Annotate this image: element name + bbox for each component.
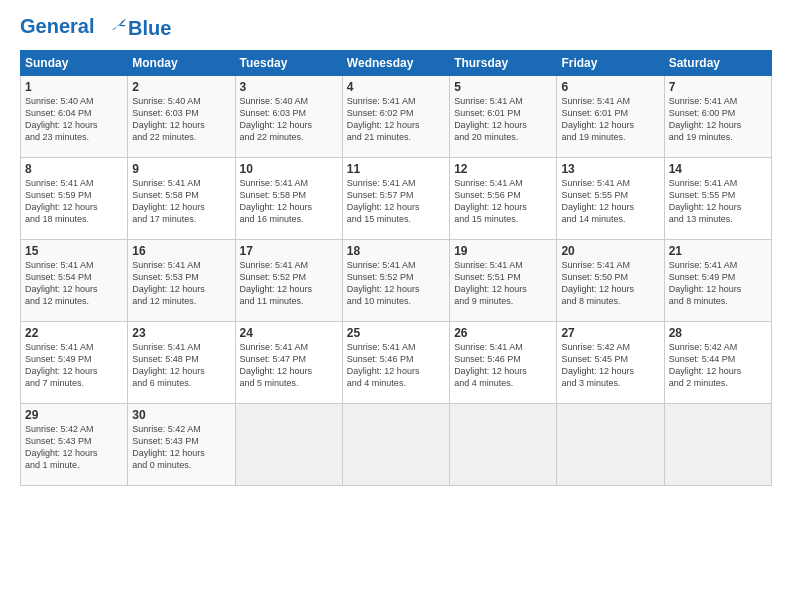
- day-number: 11: [347, 162, 445, 176]
- day-number: 21: [669, 244, 767, 258]
- calendar-cell: 18Sunrise: 5:41 AM Sunset: 5:52 PM Dayli…: [342, 240, 449, 322]
- calendar-cell: 10Sunrise: 5:41 AM Sunset: 5:58 PM Dayli…: [235, 158, 342, 240]
- calendar-cell: 23Sunrise: 5:41 AM Sunset: 5:48 PM Dayli…: [128, 322, 235, 404]
- day-number: 18: [347, 244, 445, 258]
- day-number: 3: [240, 80, 338, 94]
- logo-general: General: [20, 15, 94, 37]
- calendar-cell: 15Sunrise: 5:41 AM Sunset: 5:54 PM Dayli…: [21, 240, 128, 322]
- calendar-cell: 24Sunrise: 5:41 AM Sunset: 5:47 PM Dayli…: [235, 322, 342, 404]
- cell-info: Sunrise: 5:41 AM Sunset: 5:51 PM Dayligh…: [454, 259, 552, 308]
- calendar-cell: 21Sunrise: 5:41 AM Sunset: 5:49 PM Dayli…: [664, 240, 771, 322]
- day-number: 7: [669, 80, 767, 94]
- col-header-monday: Monday: [128, 51, 235, 76]
- calendar-body: 1Sunrise: 5:40 AM Sunset: 6:04 PM Daylig…: [21, 76, 772, 486]
- day-number: 26: [454, 326, 552, 340]
- cell-info: Sunrise: 5:41 AM Sunset: 6:00 PM Dayligh…: [669, 95, 767, 144]
- cell-info: Sunrise: 5:41 AM Sunset: 5:52 PM Dayligh…: [347, 259, 445, 308]
- calendar-cell: 6Sunrise: 5:41 AM Sunset: 6:01 PM Daylig…: [557, 76, 664, 158]
- cell-info: Sunrise: 5:42 AM Sunset: 5:44 PM Dayligh…: [669, 341, 767, 390]
- col-header-tuesday: Tuesday: [235, 51, 342, 76]
- day-number: 15: [25, 244, 123, 258]
- calendar-cell: 5Sunrise: 5:41 AM Sunset: 6:01 PM Daylig…: [450, 76, 557, 158]
- calendar-cell: 8Sunrise: 5:41 AM Sunset: 5:59 PM Daylig…: [21, 158, 128, 240]
- cell-info: Sunrise: 5:42 AM Sunset: 5:45 PM Dayligh…: [561, 341, 659, 390]
- logo: General Blue: [20, 16, 171, 40]
- calendar-cell: 1Sunrise: 5:40 AM Sunset: 6:04 PM Daylig…: [21, 76, 128, 158]
- calendar-cell: 26Sunrise: 5:41 AM Sunset: 5:46 PM Dayli…: [450, 322, 557, 404]
- cell-info: Sunrise: 5:41 AM Sunset: 5:58 PM Dayligh…: [240, 177, 338, 226]
- calendar-cell: 7Sunrise: 5:41 AM Sunset: 6:00 PM Daylig…: [664, 76, 771, 158]
- day-number: 2: [132, 80, 230, 94]
- cell-info: Sunrise: 5:41 AM Sunset: 5:47 PM Dayligh…: [240, 341, 338, 390]
- cell-info: Sunrise: 5:40 AM Sunset: 6:03 PM Dayligh…: [240, 95, 338, 144]
- day-number: 29: [25, 408, 123, 422]
- calendar-cell: 4Sunrise: 5:41 AM Sunset: 6:02 PM Daylig…: [342, 76, 449, 158]
- day-number: 27: [561, 326, 659, 340]
- day-number: 22: [25, 326, 123, 340]
- cell-info: Sunrise: 5:41 AM Sunset: 5:46 PM Dayligh…: [454, 341, 552, 390]
- calendar-cell: 30Sunrise: 5:42 AM Sunset: 5:43 PM Dayli…: [128, 404, 235, 486]
- cell-info: Sunrise: 5:42 AM Sunset: 5:43 PM Dayligh…: [25, 423, 123, 472]
- cell-info: Sunrise: 5:41 AM Sunset: 5:52 PM Dayligh…: [240, 259, 338, 308]
- day-number: 9: [132, 162, 230, 176]
- day-number: 1: [25, 80, 123, 94]
- calendar-header-row: SundayMondayTuesdayWednesdayThursdayFrid…: [21, 51, 772, 76]
- cell-info: Sunrise: 5:41 AM Sunset: 5:55 PM Dayligh…: [669, 177, 767, 226]
- cell-info: Sunrise: 5:41 AM Sunset: 5:59 PM Dayligh…: [25, 177, 123, 226]
- col-header-sunday: Sunday: [21, 51, 128, 76]
- day-number: 19: [454, 244, 552, 258]
- day-number: 6: [561, 80, 659, 94]
- calendar-cell: 17Sunrise: 5:41 AM Sunset: 5:52 PM Dayli…: [235, 240, 342, 322]
- calendar-cell: 11Sunrise: 5:41 AM Sunset: 5:57 PM Dayli…: [342, 158, 449, 240]
- col-header-saturday: Saturday: [664, 51, 771, 76]
- day-number: 13: [561, 162, 659, 176]
- day-number: 4: [347, 80, 445, 94]
- day-number: 17: [240, 244, 338, 258]
- calendar-cell: 20Sunrise: 5:41 AM Sunset: 5:50 PM Dayli…: [557, 240, 664, 322]
- cell-info: Sunrise: 5:41 AM Sunset: 5:58 PM Dayligh…: [132, 177, 230, 226]
- cell-info: Sunrise: 5:41 AM Sunset: 5:54 PM Dayligh…: [25, 259, 123, 308]
- cell-info: Sunrise: 5:41 AM Sunset: 6:01 PM Dayligh…: [561, 95, 659, 144]
- calendar-cell: [557, 404, 664, 486]
- cell-info: Sunrise: 5:41 AM Sunset: 5:55 PM Dayligh…: [561, 177, 659, 226]
- day-number: 20: [561, 244, 659, 258]
- calendar-cell: 12Sunrise: 5:41 AM Sunset: 5:56 PM Dayli…: [450, 158, 557, 240]
- day-number: 16: [132, 244, 230, 258]
- calendar-cell: 25Sunrise: 5:41 AM Sunset: 5:46 PM Dayli…: [342, 322, 449, 404]
- col-header-wednesday: Wednesday: [342, 51, 449, 76]
- cell-info: Sunrise: 5:40 AM Sunset: 6:03 PM Dayligh…: [132, 95, 230, 144]
- day-number: 5: [454, 80, 552, 94]
- calendar-cell: 2Sunrise: 5:40 AM Sunset: 6:03 PM Daylig…: [128, 76, 235, 158]
- calendar-cell: 3Sunrise: 5:40 AM Sunset: 6:03 PM Daylig…: [235, 76, 342, 158]
- calendar-cell: 22Sunrise: 5:41 AM Sunset: 5:49 PM Dayli…: [21, 322, 128, 404]
- calendar-cell: [342, 404, 449, 486]
- col-header-thursday: Thursday: [450, 51, 557, 76]
- logo-blue: Blue: [128, 17, 171, 40]
- calendar-cell: 29Sunrise: 5:42 AM Sunset: 5:43 PM Dayli…: [21, 404, 128, 486]
- cell-info: Sunrise: 5:41 AM Sunset: 6:02 PM Dayligh…: [347, 95, 445, 144]
- cell-info: Sunrise: 5:41 AM Sunset: 6:01 PM Dayligh…: [454, 95, 552, 144]
- cell-info: Sunrise: 5:41 AM Sunset: 5:48 PM Dayligh…: [132, 341, 230, 390]
- day-number: 30: [132, 408, 230, 422]
- cell-info: Sunrise: 5:41 AM Sunset: 5:56 PM Dayligh…: [454, 177, 552, 226]
- day-number: 23: [132, 326, 230, 340]
- calendar-cell: 9Sunrise: 5:41 AM Sunset: 5:58 PM Daylig…: [128, 158, 235, 240]
- col-header-friday: Friday: [557, 51, 664, 76]
- cell-info: Sunrise: 5:42 AM Sunset: 5:43 PM Dayligh…: [132, 423, 230, 472]
- calendar-cell: [235, 404, 342, 486]
- cell-info: Sunrise: 5:41 AM Sunset: 5:46 PM Dayligh…: [347, 341, 445, 390]
- calendar-cell: 19Sunrise: 5:41 AM Sunset: 5:51 PM Dayli…: [450, 240, 557, 322]
- day-number: 12: [454, 162, 552, 176]
- week-row-2: 8Sunrise: 5:41 AM Sunset: 5:59 PM Daylig…: [21, 158, 772, 240]
- calendar-cell: 27Sunrise: 5:42 AM Sunset: 5:45 PM Dayli…: [557, 322, 664, 404]
- week-row-5: 29Sunrise: 5:42 AM Sunset: 5:43 PM Dayli…: [21, 404, 772, 486]
- cell-info: Sunrise: 5:41 AM Sunset: 5:57 PM Dayligh…: [347, 177, 445, 226]
- page-header: General Blue: [20, 16, 772, 40]
- day-number: 25: [347, 326, 445, 340]
- day-number: 8: [25, 162, 123, 176]
- cell-info: Sunrise: 5:41 AM Sunset: 5:50 PM Dayligh…: [561, 259, 659, 308]
- calendar-table: SundayMondayTuesdayWednesdayThursdayFrid…: [20, 50, 772, 486]
- week-row-1: 1Sunrise: 5:40 AM Sunset: 6:04 PM Daylig…: [21, 76, 772, 158]
- calendar-cell: [664, 404, 771, 486]
- day-number: 24: [240, 326, 338, 340]
